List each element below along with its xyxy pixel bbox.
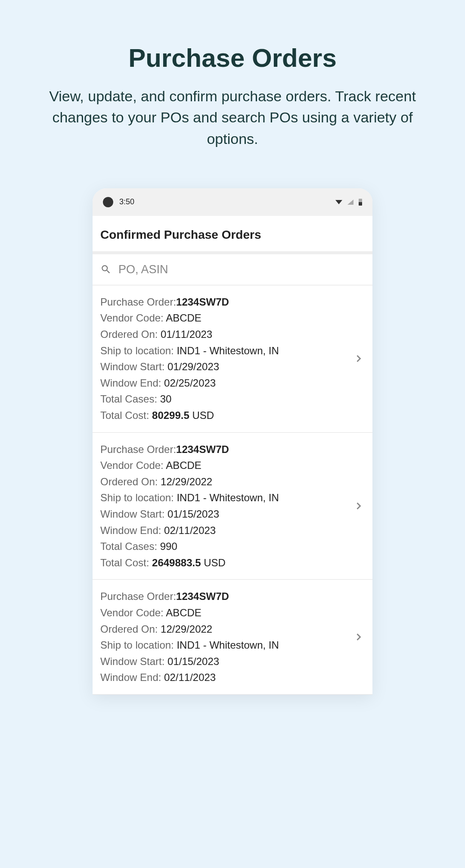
shipto-label: Ship to location:: [100, 639, 177, 651]
currency-value: USD: [189, 409, 214, 421]
shipto-label: Ship to location:: [100, 345, 177, 356]
vendor-label: Vendor Code:: [100, 312, 166, 324]
winstart-value: 01/29/2023: [167, 361, 219, 372]
po-item[interactable]: Purchase Order:1234SW7D Vendor Code: ABC…: [93, 433, 372, 580]
status-bar: 3:50: [93, 188, 372, 216]
ordered-label: Ordered On:: [100, 328, 161, 340]
po-details: Purchase Order:1234SW7D Vendor Code: ABC…: [100, 442, 348, 570]
vendor-value: ABCDE: [166, 312, 202, 324]
cases-value: 990: [160, 540, 177, 552]
cases-label: Total Cases:: [100, 393, 160, 405]
currency-value: USD: [201, 557, 226, 568]
po-value: 1234SW7D: [176, 590, 229, 602]
winend-value: 02/11/2023: [164, 525, 216, 536]
ordered-value: 12/29/2022: [161, 623, 212, 635]
cost-value: 80299.5: [152, 409, 189, 421]
hero-title: Purchase Orders: [43, 43, 422, 73]
hero-section: Purchase Orders View, update, and confir…: [0, 0, 465, 167]
search-bar[interactable]: PO, ASIN: [93, 254, 372, 285]
po-label: Purchase Order:: [100, 590, 176, 602]
vendor-value: ABCDE: [166, 459, 202, 471]
ordered-value: 01/11/2023: [161, 328, 212, 340]
vendor-value: ABCDE: [166, 607, 202, 618]
winend-label: Window End:: [100, 377, 164, 389]
status-time: 3:50: [119, 197, 134, 206]
search-placeholder: PO, ASIN: [118, 263, 168, 276]
po-item[interactable]: Purchase Order:1234SW7D Vendor Code: ABC…: [93, 285, 372, 433]
po-details: Purchase Order:1234SW7D Vendor Code: ABC…: [100, 589, 348, 685]
shipto-value: IND1 - Whitestown, IN: [177, 639, 279, 651]
po-list: Purchase Order:1234SW7D Vendor Code: ABC…: [93, 285, 372, 695]
po-details: Purchase Order:1234SW7D Vendor Code: ABC…: [100, 295, 348, 423]
po-label: Purchase Order:: [100, 296, 176, 308]
ordered-label: Ordered On:: [100, 476, 161, 487]
winstart-label: Window Start:: [100, 361, 167, 372]
po-value: 1234SW7D: [176, 296, 229, 308]
phone-frame: 3:50 Confirmed Purchase Orders PO, ASIN …: [93, 188, 372, 695]
signal-icon: [347, 200, 353, 205]
winend-label: Window End:: [100, 671, 164, 683]
chevron-right-icon: [353, 631, 365, 643]
cases-label: Total Cases:: [100, 540, 160, 552]
po-label: Purchase Order:: [100, 443, 176, 455]
vendor-label: Vendor Code:: [100, 607, 166, 618]
cost-label: Total Cost:: [100, 557, 152, 568]
winend-value: 02/25/2023: [164, 377, 216, 389]
winstart-label: Window Start:: [100, 656, 167, 667]
chevron-right-icon: [353, 500, 365, 512]
ordered-label: Ordered On:: [100, 623, 161, 635]
shipto-value: IND1 - Whitestown, IN: [177, 345, 279, 356]
cases-value: 30: [160, 393, 172, 405]
cost-value: 2649883.5: [152, 557, 201, 568]
chevron-right-icon: [353, 353, 365, 365]
hero-description: View, update, and confirm purchase order…: [43, 86, 422, 150]
status-bar-left: 3:50: [103, 197, 134, 207]
ordered-value: 12/29/2022: [161, 476, 212, 487]
status-dot-icon: [103, 197, 113, 207]
shipto-label: Ship to location:: [100, 492, 177, 503]
search-icon: [100, 264, 112, 275]
shipto-value: IND1 - Whitestown, IN: [177, 492, 279, 503]
winend-value: 02/11/2023: [164, 671, 216, 683]
winstart-value: 01/15/2023: [167, 656, 219, 667]
po-item[interactable]: Purchase Order:1234SW7D Vendor Code: ABC…: [93, 580, 372, 695]
vendor-label: Vendor Code:: [100, 459, 166, 471]
cost-label: Total Cost:: [100, 409, 152, 421]
status-bar-right: [335, 199, 362, 206]
winstart-value: 01/15/2023: [167, 508, 219, 520]
winstart-label: Window Start:: [100, 508, 167, 520]
screen-header: Confirmed Purchase Orders: [93, 216, 372, 254]
wifi-icon: [335, 200, 342, 204]
battery-icon: [359, 199, 362, 206]
winend-label: Window End:: [100, 525, 164, 536]
po-value: 1234SW7D: [176, 443, 229, 455]
